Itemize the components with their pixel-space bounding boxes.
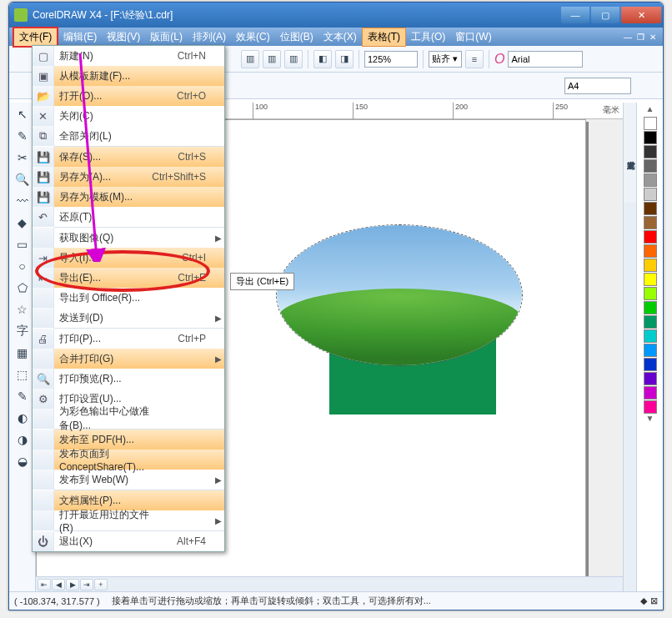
page-nav-prev[interactable]: ◀	[52, 579, 65, 590]
menu-window[interactable]: 窗口(W)	[450, 28, 496, 46]
snap-dropdown[interactable]	[429, 51, 462, 68]
file-menu-item[interactable]: ⏻退出(X)Alt+F4	[33, 531, 224, 551]
file-menu-item[interactable]: 合并打印(G)▶	[33, 349, 224, 369]
file-menu-item[interactable]: 发布页面到 ConceptShare(T)...	[33, 450, 224, 470]
menu-view[interactable]: 视图(V)	[102, 28, 145, 46]
outline-tool[interactable]: ◐	[13, 408, 33, 428]
file-menu-item[interactable]: ⇤导出(E)...Ctrl+E	[33, 268, 224, 288]
toolbar-button[interactable]: ◨	[335, 50, 354, 68]
color-swatch[interactable]	[644, 372, 657, 385]
color-swatch[interactable]	[644, 230, 657, 244]
palette-scroll-down[interactable]: ▼	[646, 414, 654, 425]
menu-tool[interactable]: 工具(O)	[406, 28, 450, 46]
file-menu-item[interactable]: 📂打开(O)...Ctrl+O	[33, 86, 224, 106]
toolbar-button[interactable]: ▥	[263, 50, 281, 68]
pick-tool[interactable]: ↖	[13, 104, 33, 124]
file-menu-item[interactable]: ⇥导入(I)...Ctrl+I	[33, 248, 224, 268]
oval-bitmap-object[interactable]	[276, 224, 523, 366]
menu-arrange[interactable]: 排列(A)	[188, 28, 231, 46]
page-nav-first[interactable]: ⇤	[38, 579, 51, 590]
color-swatch[interactable]	[644, 358, 657, 371]
color-swatch[interactable]	[644, 117, 657, 130]
file-menu-item[interactable]: 发布到 Web(W)▶	[33, 470, 224, 490]
color-swatch[interactable]	[644, 188, 657, 201]
color-swatch[interactable]	[644, 131, 657, 144]
color-swatch[interactable]	[644, 315, 657, 329]
color-swatch[interactable]	[644, 159, 657, 173]
smart-fill-tool[interactable]: ◆	[13, 213, 33, 233]
menu-file[interactable]: 文件(F)	[13, 27, 58, 48]
shape-tool[interactable]: ✎	[13, 126, 33, 146]
toolbar-button[interactable]: ≡	[465, 50, 484, 68]
doc-minimize-button[interactable]: —	[624, 33, 632, 42]
paper-size-dropdown[interactable]	[564, 78, 631, 94]
doc-restore-button[interactable]: ❐	[637, 33, 644, 42]
window-maximize-button[interactable]: ▢	[591, 7, 619, 23]
toolbar-button[interactable]: ▥	[284, 50, 303, 68]
menu-edit[interactable]: 编辑(E)	[58, 28, 102, 46]
rectangle-tool[interactable]: ▭	[13, 234, 33, 254]
file-menu-item[interactable]: ▢新建(N)Ctrl+N	[33, 46, 224, 66]
basic-shapes-tool[interactable]: ☆	[13, 299, 33, 319]
color-swatch[interactable]	[644, 400, 657, 414]
eyedropper-tool[interactable]: ✎	[13, 386, 33, 406]
page-nav-last[interactable]: ⇥	[80, 579, 93, 590]
file-menu-item[interactable]: 🔍打印预览(R)...	[33, 369, 224, 389]
menu-table[interactable]: 表格(T)	[362, 28, 406, 47]
color-swatch[interactable]	[644, 202, 657, 215]
color-swatch[interactable]	[644, 287, 657, 300]
fill-tool[interactable]: ◑	[13, 430, 33, 450]
fill-indicator-icon[interactable]: ◆	[640, 595, 647, 606]
file-menu-item[interactable]: ✕关闭(C)	[33, 106, 224, 126]
file-menu-item[interactable]: 为彩色输出中心做准备(B)...	[33, 409, 224, 429]
file-menu-item[interactable]: 导出到 Office(R)...	[33, 288, 224, 308]
table-tool[interactable]: ▦	[13, 343, 33, 363]
color-swatch[interactable]	[644, 145, 657, 158]
menu-effect[interactable]: 效果(C)	[231, 28, 275, 46]
ellipse-tool[interactable]: ○	[13, 256, 33, 276]
file-menu-item[interactable]: ⧉全部关闭(L)	[33, 126, 224, 146]
zoom-input[interactable]	[364, 51, 418, 68]
color-swatch[interactable]	[644, 173, 657, 187]
zoom-tool[interactable]: 🔍	[13, 169, 33, 189]
toolbar-button[interactable]: ◧	[313, 50, 332, 68]
file-menu-item[interactable]: ↶还原(T)	[33, 207, 224, 227]
color-swatch[interactable]	[644, 329, 657, 343]
page-add[interactable]: +	[94, 579, 108, 590]
doc-close-button[interactable]: ✕	[649, 33, 656, 42]
file-menu-item[interactable]: 打开最近用过的文件(R)▶	[33, 510, 224, 530]
font-dropdown[interactable]	[508, 51, 583, 68]
file-menu-item[interactable]: ▣从模板新建(F)...	[33, 66, 224, 86]
color-swatch[interactable]	[644, 244, 657, 258]
palette-scroll-up[interactable]: ▲	[646, 104, 654, 116]
menu-bitmap[interactable]: 位图(B)	[275, 28, 318, 46]
file-menu-item[interactable]: 💾保存(S)...Ctrl+S	[33, 147, 224, 167]
window-minimize-button[interactable]: —	[561, 7, 589, 23]
outline-indicator-icon[interactable]: ⊠	[650, 595, 658, 606]
color-swatch[interactable]	[644, 301, 657, 314]
file-menu-item[interactable]: 🖨打印(P)...Ctrl+P	[33, 329, 224, 349]
menu-text[interactable]: 文本(X)	[318, 28, 362, 46]
menu-layout[interactable]: 版面(L)	[145, 28, 188, 46]
page-nav-next[interactable]: ▶	[66, 579, 79, 590]
interactive-fill-tool[interactable]: ◒	[13, 451, 33, 471]
file-menu-item[interactable]: 发送到(D)▶	[33, 308, 224, 328]
interactive-tool[interactable]: ⬚	[13, 364, 33, 384]
file-menu-item[interactable]: 获取图像(Q)▶	[33, 228, 224, 248]
color-swatch[interactable]	[644, 216, 657, 229]
file-menu-item[interactable]: 💾另存为模板(M)...	[33, 187, 224, 207]
color-swatch[interactable]	[644, 386, 657, 399]
color-swatch[interactable]	[644, 259, 657, 272]
polygon-tool[interactable]: ⬠	[13, 278, 33, 298]
toolbar-button[interactable]: ▥	[241, 50, 259, 68]
color-swatch[interactable]	[644, 273, 657, 286]
freehand-tool[interactable]: 〰	[13, 191, 33, 211]
file-menu-item[interactable]: 💾另存为(A)...Ctrl+Shift+S	[33, 167, 224, 187]
horizontal-scrollbar[interactable]: ⇤ ◀ ▶ ⇥ +	[36, 576, 623, 591]
text-tool[interactable]: 字	[13, 321, 33, 341]
color-swatch[interactable]	[644, 344, 657, 357]
docker-tab[interactable]: 没有选定对象	[623, 103, 636, 203]
menu-item-shortcut: Ctrl+O	[151, 90, 213, 102]
window-close-button[interactable]: ✕	[621, 7, 661, 23]
crop-tool[interactable]: ✂	[13, 148, 33, 168]
